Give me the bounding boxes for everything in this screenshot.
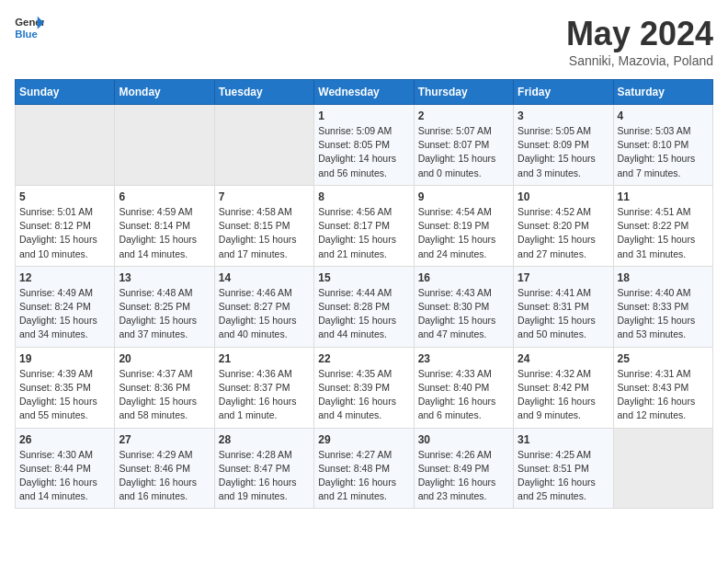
day-number: 8 — [318, 190, 409, 203]
header-cell-wednesday: Wednesday — [314, 80, 414, 105]
cell-content: Sunrise: 4:59 AM Sunset: 8:14 PM Dayligh… — [119, 205, 210, 261]
cell-content: Sunrise: 5:07 AM Sunset: 8:07 PM Dayligh… — [418, 124, 509, 180]
calendar-cell: 18Sunrise: 4:40 AM Sunset: 8:33 PM Dayli… — [613, 266, 712, 347]
day-number: 9 — [418, 190, 509, 203]
calendar-cell — [613, 428, 712, 509]
day-number: 5 — [19, 190, 110, 203]
cell-content: Sunrise: 4:48 AM Sunset: 8:25 PM Dayligh… — [119, 286, 210, 342]
day-number: 29 — [318, 433, 409, 446]
calendar-cell — [214, 105, 313, 186]
header-cell-sunday: Sunday — [16, 80, 115, 105]
day-number: 27 — [119, 433, 210, 446]
cell-content: Sunrise: 4:29 AM Sunset: 8:46 PM Dayligh… — [119, 448, 210, 504]
cell-content: Sunrise: 4:32 AM Sunset: 8:42 PM Dayligh… — [518, 367, 609, 423]
cell-content: Sunrise: 4:37 AM Sunset: 8:36 PM Dayligh… — [119, 367, 210, 423]
cell-content: Sunrise: 4:56 AM Sunset: 8:17 PM Dayligh… — [318, 205, 409, 261]
cell-content: Sunrise: 4:25 AM Sunset: 8:51 PM Dayligh… — [518, 448, 609, 504]
day-number: 11 — [618, 190, 709, 203]
day-number: 21 — [219, 352, 310, 365]
calendar-cell: 22Sunrise: 4:35 AM Sunset: 8:39 PM Dayli… — [314, 347, 414, 428]
day-number: 24 — [518, 352, 609, 365]
header-cell-monday: Monday — [115, 80, 214, 105]
day-number: 31 — [518, 433, 609, 446]
cell-content: Sunrise: 4:43 AM Sunset: 8:30 PM Dayligh… — [418, 286, 509, 342]
calendar-cell: 13Sunrise: 4:48 AM Sunset: 8:25 PM Dayli… — [115, 266, 214, 347]
day-number: 19 — [19, 352, 110, 365]
day-number: 20 — [119, 352, 210, 365]
cell-content: Sunrise: 4:46 AM Sunset: 8:27 PM Dayligh… — [219, 286, 310, 342]
calendar-table: SundayMondayTuesdayWednesdayThursdayFrid… — [15, 79, 713, 509]
svg-text:Blue: Blue — [15, 29, 38, 40]
calendar-cell: 8Sunrise: 4:56 AM Sunset: 8:17 PM Daylig… — [314, 185, 414, 266]
header-cell-tuesday: Tuesday — [214, 80, 313, 105]
day-number: 1 — [318, 109, 409, 122]
calendar-cell: 20Sunrise: 4:37 AM Sunset: 8:36 PM Dayli… — [115, 347, 214, 428]
day-number: 23 — [418, 352, 509, 365]
day-number: 30 — [418, 433, 509, 446]
day-number: 13 — [119, 271, 210, 284]
calendar-cell: 6Sunrise: 4:59 AM Sunset: 8:14 PM Daylig… — [115, 185, 214, 266]
cell-content: Sunrise: 4:52 AM Sunset: 8:20 PM Dayligh… — [518, 205, 609, 261]
logo: General Blue — [15, 15, 44, 40]
cell-content: Sunrise: 4:35 AM Sunset: 8:39 PM Dayligh… — [318, 367, 409, 423]
day-number: 14 — [219, 271, 310, 284]
day-number: 12 — [19, 271, 110, 284]
title-block: May 2024 Sanniki, Mazovia, Poland — [566, 15, 713, 68]
calendar-cell: 30Sunrise: 4:26 AM Sunset: 8:49 PM Dayli… — [414, 428, 513, 509]
day-number: 2 — [418, 109, 509, 122]
cell-content: Sunrise: 4:39 AM Sunset: 8:35 PM Dayligh… — [19, 367, 110, 423]
calendar-cell: 11Sunrise: 4:51 AM Sunset: 8:22 PM Dayli… — [613, 185, 712, 266]
calendar-cell: 19Sunrise: 4:39 AM Sunset: 8:35 PM Dayli… — [16, 347, 115, 428]
cell-content: Sunrise: 4:58 AM Sunset: 8:15 PM Dayligh… — [219, 205, 310, 261]
week-row-3: 12Sunrise: 4:49 AM Sunset: 8:24 PM Dayli… — [16, 266, 713, 347]
calendar-cell: 15Sunrise: 4:44 AM Sunset: 8:28 PM Dayli… — [314, 266, 414, 347]
calendar-cell: 26Sunrise: 4:30 AM Sunset: 8:44 PM Dayli… — [16, 428, 115, 509]
day-number: 22 — [318, 352, 409, 365]
cell-content: Sunrise: 4:26 AM Sunset: 8:49 PM Dayligh… — [418, 448, 509, 504]
calendar-cell: 2Sunrise: 5:07 AM Sunset: 8:07 PM Daylig… — [414, 105, 513, 186]
day-number: 3 — [518, 109, 609, 122]
calendar-cell: 3Sunrise: 5:05 AM Sunset: 8:09 PM Daylig… — [514, 105, 613, 186]
header-cell-saturday: Saturday — [613, 80, 712, 105]
header-cell-thursday: Thursday — [414, 80, 513, 105]
calendar-cell: 1Sunrise: 5:09 AM Sunset: 8:05 PM Daylig… — [314, 105, 414, 186]
calendar-cell: 28Sunrise: 4:28 AM Sunset: 8:47 PM Dayli… — [214, 428, 313, 509]
main-title: May 2024 — [566, 15, 713, 53]
cell-content: Sunrise: 5:09 AM Sunset: 8:05 PM Dayligh… — [318, 124, 409, 180]
week-row-4: 19Sunrise: 4:39 AM Sunset: 8:35 PM Dayli… — [16, 347, 713, 428]
calendar-cell: 23Sunrise: 4:33 AM Sunset: 8:40 PM Dayli… — [414, 347, 513, 428]
calendar-cell: 14Sunrise: 4:46 AM Sunset: 8:27 PM Dayli… — [214, 266, 313, 347]
calendar-cell: 9Sunrise: 4:54 AM Sunset: 8:19 PM Daylig… — [414, 185, 513, 266]
day-number: 6 — [119, 190, 210, 203]
week-row-5: 26Sunrise: 4:30 AM Sunset: 8:44 PM Dayli… — [16, 428, 713, 509]
cell-content: Sunrise: 4:33 AM Sunset: 8:40 PM Dayligh… — [418, 367, 509, 423]
cell-content: Sunrise: 4:54 AM Sunset: 8:19 PM Dayligh… — [418, 205, 509, 261]
logo-icon: General Blue — [15, 15, 44, 40]
cell-content: Sunrise: 5:05 AM Sunset: 8:09 PM Dayligh… — [518, 124, 609, 180]
calendar-cell: 29Sunrise: 4:27 AM Sunset: 8:48 PM Dayli… — [314, 428, 414, 509]
week-row-1: 1Sunrise: 5:09 AM Sunset: 8:05 PM Daylig… — [16, 105, 713, 186]
cell-content: Sunrise: 4:28 AM Sunset: 8:47 PM Dayligh… — [219, 448, 310, 504]
calendar-cell: 12Sunrise: 4:49 AM Sunset: 8:24 PM Dayli… — [16, 266, 115, 347]
calendar-cell: 5Sunrise: 5:01 AM Sunset: 8:12 PM Daylig… — [16, 185, 115, 266]
day-number: 4 — [618, 109, 709, 122]
calendar-body: 1Sunrise: 5:09 AM Sunset: 8:05 PM Daylig… — [16, 105, 713, 509]
calendar-cell: 21Sunrise: 4:36 AM Sunset: 8:37 PM Dayli… — [214, 347, 313, 428]
day-number: 7 — [219, 190, 310, 203]
calendar-header: SundayMondayTuesdayWednesdayThursdayFrid… — [16, 80, 713, 105]
day-number: 18 — [618, 271, 709, 284]
calendar-cell: 7Sunrise: 4:58 AM Sunset: 8:15 PM Daylig… — [214, 185, 313, 266]
calendar-cell: 10Sunrise: 4:52 AM Sunset: 8:20 PM Dayli… — [514, 185, 613, 266]
header-cell-friday: Friday — [514, 80, 613, 105]
cell-content: Sunrise: 4:30 AM Sunset: 8:44 PM Dayligh… — [19, 448, 110, 504]
day-number: 10 — [518, 190, 609, 203]
day-number: 26 — [19, 433, 110, 446]
calendar-cell: 27Sunrise: 4:29 AM Sunset: 8:46 PM Dayli… — [115, 428, 214, 509]
week-row-2: 5Sunrise: 5:01 AM Sunset: 8:12 PM Daylig… — [16, 185, 713, 266]
calendar-cell: 31Sunrise: 4:25 AM Sunset: 8:51 PM Dayli… — [514, 428, 613, 509]
calendar-cell — [115, 105, 214, 186]
cell-content: Sunrise: 5:01 AM Sunset: 8:12 PM Dayligh… — [19, 205, 110, 261]
cell-content: Sunrise: 4:36 AM Sunset: 8:37 PM Dayligh… — [219, 367, 310, 423]
calendar-cell: 16Sunrise: 4:43 AM Sunset: 8:30 PM Dayli… — [414, 266, 513, 347]
cell-content: Sunrise: 5:03 AM Sunset: 8:10 PM Dayligh… — [618, 124, 709, 180]
